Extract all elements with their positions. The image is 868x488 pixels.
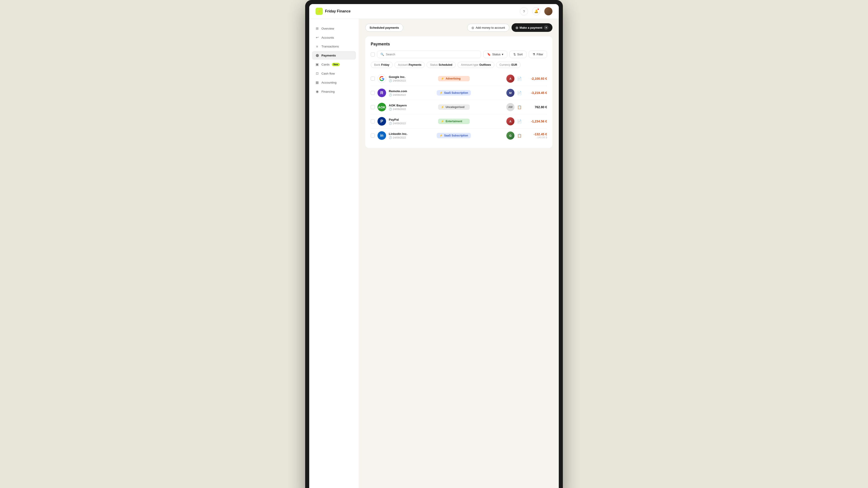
filter-label: Filter <box>537 53 543 56</box>
page-header: Scheduled payments ◎ Add money to accoun… <box>365 23 553 32</box>
row-checkbox-linkedin[interactable] <box>371 133 375 138</box>
row-checkbox-remote[interactable] <box>371 91 375 95</box>
user-avatar[interactable] <box>544 7 553 15</box>
company-logo-aok: AOK <box>377 103 386 111</box>
row-checkbox-paypal[interactable] <box>371 119 375 123</box>
make-payment-button[interactable]: ◎ Make a payment ▾ <box>512 23 553 32</box>
screen: ⚡ Friday Finance ? 🔔 ⊞ <box>309 4 559 488</box>
company-name: Remote.com <box>389 90 434 93</box>
document-icon: 📄 <box>517 76 522 81</box>
person-avatar: A <box>506 74 515 83</box>
amount-value: -2,100.93 € <box>524 77 547 80</box>
sidebar-item-label: Transactions <box>321 45 339 48</box>
chip-currency[interactable]: Currency EUR <box>496 62 521 68</box>
sort-button[interactable]: ⇅ Sort <box>509 51 526 58</box>
payments-table: Google Inc. 🕐 24/09/2022 ⚡ Advertising <box>371 72 547 142</box>
company-name: AOK Bayern <box>389 104 435 107</box>
sidebar-item-financing[interactable]: ◉ Financing <box>312 87 356 96</box>
select-all-checkbox[interactable] <box>371 53 375 57</box>
content-area: Scheduled payments ◎ Add money to accoun… <box>359 19 559 488</box>
table-row: Google Inc. 🕐 24/09/2022 ⚡ Advertising <box>371 72 547 86</box>
amount-cell: -3,219.45 € <box>524 91 547 95</box>
transactions-icon: ≡ <box>315 44 319 48</box>
table-row: AOK AOK Bayern 🕐 24/09/2022 ⚡ Uncate <box>371 100 547 114</box>
amount-value: -1,234.56 € <box>524 120 547 123</box>
amount-value: -3,219.45 € <box>524 91 547 95</box>
sidebar-item-payments[interactable]: ◎ Payments <box>312 51 356 60</box>
company-info-paypal: PayPal 🕐 24/09/2022 <box>389 118 435 125</box>
help-button[interactable]: ? <box>520 7 528 15</box>
chip-status[interactable]: Status Scheduled <box>427 62 456 68</box>
add-money-button[interactable]: ◎ Add money to account <box>467 24 509 32</box>
notification-dot <box>537 8 539 10</box>
row-checkbox-google[interactable] <box>371 76 375 80</box>
status-dropdown[interactable]: 🔖 Status ▾ <box>483 51 507 58</box>
new-badge: New <box>332 63 340 66</box>
sidebar-item-label: Financing <box>321 90 335 93</box>
chip-currency-value: EUR <box>512 63 517 66</box>
panel-title: Payments <box>371 42 547 46</box>
company-date: 🕐 24/09/2022 <box>389 79 435 82</box>
sidebar-item-accounts[interactable]: ↩ Accounts <box>312 33 356 42</box>
app-name: Friday Finance <box>325 9 350 13</box>
sidebar-item-label: Cash flow <box>321 72 335 75</box>
person-avatar: A <box>506 117 515 125</box>
category-label: SaaS Subscription <box>444 134 468 137</box>
chip-status-label: Status <box>430 63 438 66</box>
category-label: Advertising <box>445 77 460 80</box>
chip-bank-label: Bank <box>374 63 380 66</box>
clock-icon: 🕐 <box>389 136 392 139</box>
sidebar-item-label: Payments <box>321 54 336 57</box>
category-tag: ⚡ Entertaiment <box>438 119 470 124</box>
chip-currency-label: Currency <box>500 63 510 66</box>
company-info-remote: Remote.com 🕐 24/09/2022 <box>389 90 434 96</box>
company-logo-linkedin: in <box>377 131 386 140</box>
company-date: 🕐 24/09/2022 <box>389 107 435 111</box>
amount-cell: -2,100.93 € <box>524 77 547 80</box>
top-bar: ⚡ Friday Finance ? 🔔 <box>309 4 559 19</box>
document-icon: 📄 <box>517 91 522 95</box>
person-avatar-initials: AM <box>506 103 515 111</box>
chip-status-value: Scheduled <box>438 63 452 66</box>
add-money-label: Add money to account <box>475 26 505 29</box>
sidebar-item-overview[interactable]: ⊞ Overview <box>312 24 356 33</box>
table-row: P PayPal 🕐 24/09/2022 ⚡ Entertaiment <box>371 114 547 129</box>
sidebar: ⊞ Overview ↩ Accounts ≡ Transactions ◎ P… <box>309 19 359 488</box>
company-name: PayPal <box>389 118 435 121</box>
chip-amount-type[interactable]: Ammount type Outflows <box>458 62 494 68</box>
search-box: 🔍 <box>377 51 481 58</box>
document-icon: 📋 <box>517 133 522 138</box>
make-payment-label: Make a payment <box>520 26 542 29</box>
clock-icon: 🕐 <box>389 107 392 111</box>
clock-icon: 🕐 <box>389 122 392 125</box>
amount-cell: 762.80 € <box>524 105 547 109</box>
row-checkbox-aok[interactable] <box>371 105 375 109</box>
clock-icon: 🕐 <box>389 93 392 96</box>
logo-area: ⚡ Friday Finance <box>315 8 350 15</box>
search-icon: 🔍 <box>380 53 384 56</box>
sidebar-item-cashflow[interactable]: ⊡ Cash flow <box>312 69 356 78</box>
search-input[interactable] <box>386 53 477 56</box>
sidebar-item-cards[interactable]: ▣ Cards New <box>312 60 356 69</box>
lightning-icon: ⚡ <box>439 134 443 137</box>
category-label: Uncategorised <box>445 105 464 109</box>
sidebar-item-accounting[interactable]: ▦ Accounting <box>312 78 356 87</box>
category-label: SaaS Subscription <box>444 91 468 94</box>
company-date: 🕐 24/09/2022 <box>389 136 434 139</box>
document-icon: 📄 <box>517 119 522 124</box>
device-frame: ⚡ Friday Finance ? 🔔 ⊞ <box>305 0 563 488</box>
status-label: Status <box>492 53 500 56</box>
company-info-linkedin: LinkedIn Inc. 🕐 24/09/2022 <box>389 132 434 139</box>
sidebar-item-label: Overview <box>321 27 334 30</box>
chip-bank[interactable]: Bank Friday <box>371 62 393 68</box>
sidebar-item-transactions[interactable]: ≡ Transactions <box>312 42 356 51</box>
notification-button[interactable]: 🔔 <box>532 7 540 15</box>
chip-account[interactable]: Account Payments <box>395 62 425 68</box>
filter-chips: Bank Friday Account Payments Status Sche… <box>371 62 547 68</box>
filter-button[interactable]: ⚗ Filter <box>529 51 547 58</box>
category-tag: ⚡ Uncategorised <box>438 104 470 110</box>
scheduled-payments-tab[interactable]: Scheduled payments <box>365 24 403 32</box>
help-icon: ? <box>523 9 525 13</box>
chip-amount-type-label: Ammount type <box>461 63 478 66</box>
cards-icon: ▣ <box>315 62 319 66</box>
